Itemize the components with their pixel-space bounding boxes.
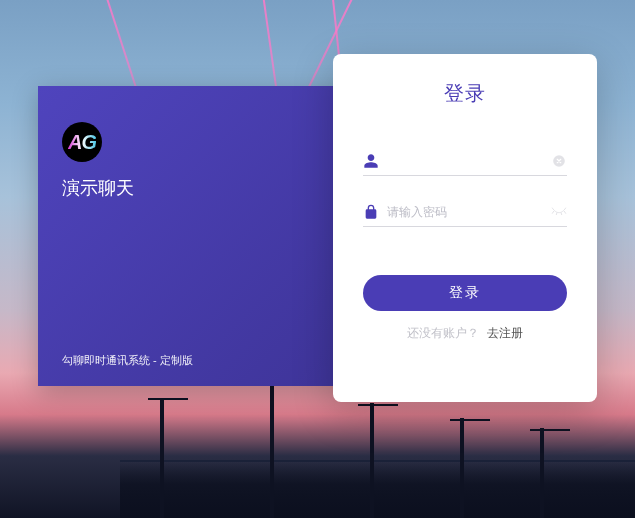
login-title: 登录 bbox=[363, 80, 567, 107]
bg-pole bbox=[160, 398, 164, 518]
register-row: 还没有账户？ 去注册 bbox=[363, 325, 567, 342]
register-prompt: 还没有账户？ bbox=[407, 326, 479, 340]
register-link[interactable]: 去注册 bbox=[487, 326, 523, 340]
username-input[interactable] bbox=[387, 154, 543, 168]
lock-icon bbox=[363, 204, 379, 220]
login-button[interactable]: 登录 bbox=[363, 275, 567, 311]
username-field[interactable] bbox=[363, 147, 567, 176]
bg-pole bbox=[540, 428, 544, 518]
bg-crossbar bbox=[530, 429, 570, 431]
password-input[interactable] bbox=[387, 205, 543, 219]
clear-circle-icon[interactable] bbox=[551, 153, 567, 169]
brand-title: 演示聊天 bbox=[62, 176, 332, 200]
eye-closed-icon[interactable] bbox=[551, 204, 567, 220]
brand-panel: AG 演示聊天 勾聊即时通讯系统 - 定制版 bbox=[38, 86, 356, 386]
brand-logo: AG bbox=[62, 122, 102, 162]
bg-pier bbox=[120, 460, 635, 518]
bg-crossbar bbox=[450, 419, 490, 421]
brand-footer: 勾聊即时通讯系统 - 定制版 bbox=[62, 353, 193, 368]
login-card: 登录 登录 还没有账户？ 去注册 bbox=[333, 54, 597, 402]
bg-crossbar bbox=[148, 398, 188, 400]
brand-logo-text: AG bbox=[68, 131, 96, 154]
bg-crossbar bbox=[358, 404, 398, 406]
bg-pole bbox=[270, 383, 274, 518]
password-field[interactable] bbox=[363, 198, 567, 227]
bg-pole bbox=[460, 418, 464, 518]
bg-pole bbox=[370, 403, 374, 518]
user-icon bbox=[363, 153, 379, 169]
